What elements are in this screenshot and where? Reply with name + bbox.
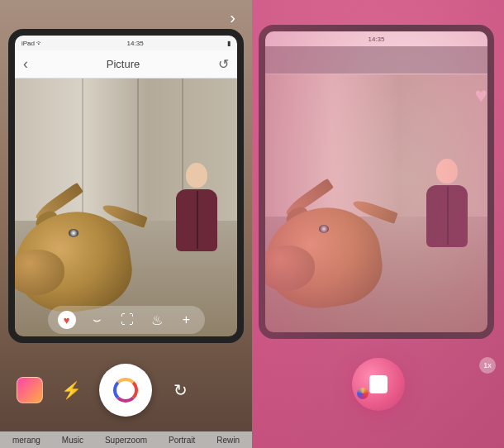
flash-icon[interactable]: ⚡	[59, 378, 83, 403]
app-title: Picture	[28, 58, 218, 70]
status-time: 14:35	[127, 40, 144, 47]
zoom-badge[interactable]: 1x	[479, 357, 496, 374]
status-time: 14:35	[368, 36, 384, 43]
effect-fire[interactable]: ♨	[149, 312, 165, 328]
status-carrier: iPad ᯤ	[21, 40, 43, 47]
mode-music[interactable]: Music	[62, 436, 83, 445]
effect-surprise[interactable]: ⌣	[89, 312, 106, 328]
bull-statue	[15, 155, 164, 320]
superzoom-effects-bar: ♥ ⌣ ⛶ ♨ +	[48, 306, 205, 334]
app-header	[265, 46, 487, 74]
camera-recording-panel: 14:35 ♥ 1x	[252, 0, 504, 448]
effect-heart[interactable]: ♥	[58, 311, 76, 329]
effect-frame[interactable]: ⛶	[119, 312, 136, 328]
stop-icon	[369, 375, 388, 393]
app-header: ‹ Picture ↺	[15, 50, 237, 79]
heart-icon: ♥	[475, 83, 487, 108]
record-gradient-icon	[357, 388, 368, 399]
shutter-button[interactable]	[99, 364, 152, 417]
camera-mode-bar[interactable]: merang Music Superzoom Portrait Rewin	[0, 431, 252, 448]
mode-superzoom[interactable]: Superzoom	[105, 436, 147, 445]
bull-statue	[265, 150, 414, 316]
camera-controls: ⚡ ↻	[0, 364, 252, 417]
mode-portrait[interactable]: Portrait	[169, 436, 195, 445]
tablet-device: iPad ᯤ 14:35 ▮ ‹ Picture ↺	[8, 29, 244, 343]
effect-plus[interactable]: +	[178, 312, 195, 328]
person-figure	[174, 163, 219, 270]
camera-capture-panel: › iPad ᯤ 14:35 ▮ ‹ Picture ↺	[0, 0, 252, 448]
shutter-ring-icon	[113, 378, 138, 403]
person-figure	[424, 159, 469, 266]
photo-content	[15, 79, 237, 336]
mode-boomerang[interactable]: merang	[12, 436, 40, 445]
status-battery: ▮	[227, 40, 231, 47]
chevron-right-icon[interactable]: ›	[230, 8, 235, 27]
status-bar: 14:35	[265, 31, 487, 46]
status-bar: iPad ᯤ 14:35 ▮	[15, 36, 237, 50]
photo-content	[265, 74, 487, 332]
mode-rewind[interactable]: Rewin	[216, 436, 240, 445]
tablet-device: 14:35	[259, 25, 494, 339]
gallery-button[interactable]	[17, 377, 43, 403]
stop-record-button[interactable]	[352, 358, 405, 411]
undo-icon[interactable]: ↺	[218, 56, 229, 72]
switch-camera-icon[interactable]: ↻	[169, 378, 193, 403]
